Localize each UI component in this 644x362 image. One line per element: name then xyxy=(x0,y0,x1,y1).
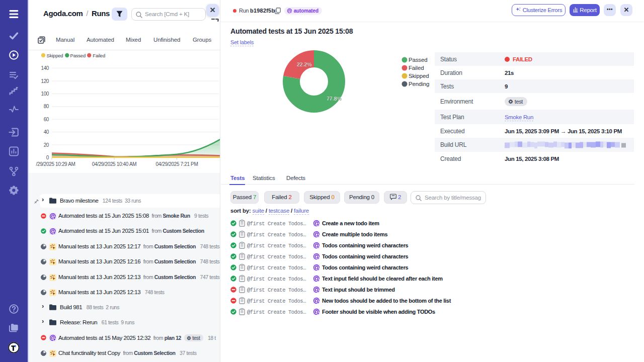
svg-text:22.2%: 22.2% xyxy=(297,61,312,67)
svg-text:Failed: Failed xyxy=(409,65,424,71)
svg-text:Passed: Passed xyxy=(409,57,427,63)
svg-text:Pending: Pending xyxy=(409,81,429,87)
svg-text:77.8%: 77.8% xyxy=(327,96,342,102)
svg-text:Skipped: Skipped xyxy=(409,73,429,79)
